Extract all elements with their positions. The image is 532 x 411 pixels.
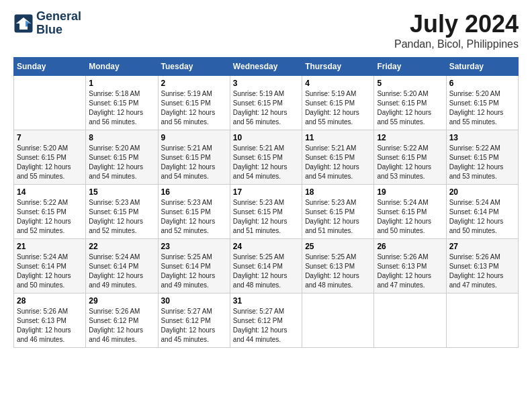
day-info: Sunrise: 5:26 AM Sunset: 6:12 PM Dayligh…	[89, 307, 154, 345]
day-info: Sunrise: 5:21 AM Sunset: 6:15 PM Dayligh…	[305, 144, 371, 181]
day-info: Sunrise: 5:27 AM Sunset: 6:12 PM Dayligh…	[161, 307, 227, 345]
day-number: 30	[161, 296, 227, 306]
day-info: Sunrise: 5:19 AM Sunset: 6:15 PM Dayligh…	[161, 89, 227, 127]
day-info: Sunrise: 5:19 AM Sunset: 6:15 PM Dayligh…	[233, 89, 299, 127]
col-header-thursday: Thursday	[302, 58, 374, 76]
calendar-cell: 22Sunrise: 5:24 AM Sunset: 6:14 PM Dayli…	[86, 239, 158, 293]
day-info: Sunrise: 5:24 AM Sunset: 6:14 PM Dayligh…	[17, 253, 83, 290]
month-year: July 2024	[394, 10, 519, 38]
calendar-cell: 29Sunrise: 5:26 AM Sunset: 6:12 PM Dayli…	[86, 293, 158, 348]
calendar-cell: 20Sunrise: 5:24 AM Sunset: 6:14 PM Dayli…	[446, 185, 518, 239]
day-info: Sunrise: 5:22 AM Sunset: 6:15 PM Dayligh…	[449, 144, 515, 181]
day-number: 29	[89, 296, 154, 306]
day-info: Sunrise: 5:25 AM Sunset: 6:13 PM Dayligh…	[305, 253, 371, 290]
day-info: Sunrise: 5:26 AM Sunset: 6:13 PM Dayligh…	[449, 253, 515, 290]
calendar-cell	[302, 293, 374, 348]
day-number: 7	[17, 133, 83, 142]
calendar-cell: 3Sunrise: 5:19 AM Sunset: 6:15 PM Daylig…	[230, 76, 302, 130]
day-number: 28	[17, 296, 83, 306]
calendar-cell: 13Sunrise: 5:22 AM Sunset: 6:15 PM Dayli…	[446, 130, 518, 185]
day-info: Sunrise: 5:25 AM Sunset: 6:14 PM Dayligh…	[233, 253, 299, 290]
logo-text: General Blue	[36, 10, 81, 37]
day-number: 16	[161, 187, 227, 197]
calendar-cell: 14Sunrise: 5:22 AM Sunset: 6:15 PM Dayli…	[14, 185, 86, 239]
calendar-cell: 31Sunrise: 5:27 AM Sunset: 6:12 PM Dayli…	[230, 293, 302, 348]
day-number: 5	[377, 79, 443, 88]
day-number: 8	[89, 133, 154, 142]
day-number: 21	[17, 242, 83, 251]
day-number: 22	[89, 242, 154, 251]
calendar-cell: 16Sunrise: 5:23 AM Sunset: 6:15 PM Dayli…	[158, 185, 230, 239]
col-header-monday: Monday	[86, 58, 158, 76]
calendar-week-row: 28Sunrise: 5:26 AM Sunset: 6:13 PM Dayli…	[14, 293, 519, 348]
day-number: 12	[377, 133, 443, 142]
calendar-cell: 1Sunrise: 5:18 AM Sunset: 6:15 PM Daylig…	[86, 76, 158, 130]
day-number: 17	[233, 187, 299, 197]
calendar-cell: 17Sunrise: 5:23 AM Sunset: 6:15 PM Dayli…	[230, 185, 302, 239]
title-block: July 2024 Pandan, Bicol, Philippines	[394, 10, 519, 50]
calendar-cell: 5Sunrise: 5:20 AM Sunset: 6:15 PM Daylig…	[374, 76, 446, 130]
day-number: 24	[233, 242, 299, 251]
day-info: Sunrise: 5:26 AM Sunset: 6:13 PM Dayligh…	[377, 253, 443, 290]
day-info: Sunrise: 5:19 AM Sunset: 6:15 PM Dayligh…	[305, 89, 371, 127]
calendar-cell: 4Sunrise: 5:19 AM Sunset: 6:15 PM Daylig…	[302, 76, 374, 130]
day-info: Sunrise: 5:24 AM Sunset: 6:15 PM Dayligh…	[377, 198, 443, 236]
day-info: Sunrise: 5:22 AM Sunset: 6:15 PM Dayligh…	[377, 144, 443, 181]
logo-line2: Blue	[36, 24, 81, 37]
day-info: Sunrise: 5:21 AM Sunset: 6:15 PM Dayligh…	[161, 144, 227, 181]
calendar-cell: 11Sunrise: 5:21 AM Sunset: 6:15 PM Dayli…	[302, 130, 374, 185]
day-info: Sunrise: 5:23 AM Sunset: 6:15 PM Dayligh…	[305, 198, 371, 236]
calendar-cell: 9Sunrise: 5:21 AM Sunset: 6:15 PM Daylig…	[158, 130, 230, 185]
day-number: 15	[89, 187, 154, 197]
day-number: 11	[305, 133, 371, 142]
calendar-week-row: 21Sunrise: 5:24 AM Sunset: 6:14 PM Dayli…	[14, 239, 519, 293]
day-info: Sunrise: 5:27 AM Sunset: 6:12 PM Dayligh…	[233, 307, 299, 345]
calendar-cell	[374, 293, 446, 348]
day-number: 23	[161, 242, 227, 251]
calendar-cell: 8Sunrise: 5:20 AM Sunset: 6:15 PM Daylig…	[86, 130, 158, 185]
location: Pandan, Bicol, Philippines	[394, 38, 519, 50]
day-info: Sunrise: 5:26 AM Sunset: 6:13 PM Dayligh…	[17, 307, 83, 345]
calendar-cell: 7Sunrise: 5:20 AM Sunset: 6:15 PM Daylig…	[14, 130, 86, 185]
day-info: Sunrise: 5:20 AM Sunset: 6:15 PM Dayligh…	[449, 89, 515, 127]
day-number: 14	[17, 187, 83, 197]
day-number: 19	[377, 187, 443, 197]
day-number: 13	[449, 133, 515, 142]
day-info: Sunrise: 5:21 AM Sunset: 6:15 PM Dayligh…	[233, 144, 299, 181]
calendar-cell	[446, 293, 518, 348]
day-info: Sunrise: 5:20 AM Sunset: 6:15 PM Dayligh…	[377, 89, 443, 127]
day-info: Sunrise: 5:23 AM Sunset: 6:15 PM Dayligh…	[161, 198, 227, 236]
calendar-week-row: 7Sunrise: 5:20 AM Sunset: 6:15 PM Daylig…	[14, 130, 519, 185]
calendar-cell	[14, 76, 86, 130]
col-header-friday: Friday	[374, 58, 446, 76]
day-info: Sunrise: 5:22 AM Sunset: 6:15 PM Dayligh…	[17, 198, 83, 236]
day-number: 1	[89, 79, 154, 88]
calendar-cell: 26Sunrise: 5:26 AM Sunset: 6:13 PM Dayli…	[374, 239, 446, 293]
calendar-cell: 21Sunrise: 5:24 AM Sunset: 6:14 PM Dayli…	[14, 239, 86, 293]
calendar-cell: 27Sunrise: 5:26 AM Sunset: 6:13 PM Dayli…	[446, 239, 518, 293]
logo: General Blue	[13, 10, 81, 37]
day-number: 6	[449, 79, 515, 88]
calendar-cell: 2Sunrise: 5:19 AM Sunset: 6:15 PM Daylig…	[158, 76, 230, 130]
calendar-week-row: 14Sunrise: 5:22 AM Sunset: 6:15 PM Dayli…	[14, 185, 519, 239]
calendar-cell: 30Sunrise: 5:27 AM Sunset: 6:12 PM Dayli…	[158, 293, 230, 348]
day-info: Sunrise: 5:24 AM Sunset: 6:14 PM Dayligh…	[449, 198, 515, 236]
calendar-cell: 28Sunrise: 5:26 AM Sunset: 6:13 PM Dayli…	[14, 293, 86, 348]
day-info: Sunrise: 5:20 AM Sunset: 6:15 PM Dayligh…	[17, 144, 83, 181]
calendar-cell: 10Sunrise: 5:21 AM Sunset: 6:15 PM Dayli…	[230, 130, 302, 185]
day-number: 9	[161, 133, 227, 142]
calendar-cell: 12Sunrise: 5:22 AM Sunset: 6:15 PM Dayli…	[374, 130, 446, 185]
day-number: 3	[233, 79, 299, 88]
calendar-cell: 23Sunrise: 5:25 AM Sunset: 6:14 PM Dayli…	[158, 239, 230, 293]
day-number: 26	[377, 242, 443, 251]
day-info: Sunrise: 5:24 AM Sunset: 6:14 PM Dayligh…	[89, 253, 154, 290]
calendar-cell: 15Sunrise: 5:23 AM Sunset: 6:15 PM Dayli…	[86, 185, 158, 239]
calendar-cell: 24Sunrise: 5:25 AM Sunset: 6:14 PM Dayli…	[230, 239, 302, 293]
col-header-wednesday: Wednesday	[230, 58, 302, 76]
calendar-cell: 19Sunrise: 5:24 AM Sunset: 6:15 PM Dayli…	[374, 185, 446, 239]
day-info: Sunrise: 5:20 AM Sunset: 6:15 PM Dayligh…	[89, 144, 154, 181]
day-number: 18	[305, 187, 371, 197]
day-number: 31	[233, 296, 299, 306]
day-number: 25	[305, 242, 371, 251]
day-number: 4	[305, 79, 371, 88]
